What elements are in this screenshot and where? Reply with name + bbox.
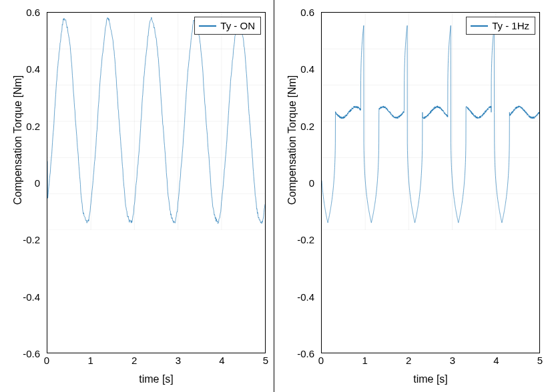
x-ticks-right: 012345 — [321, 355, 540, 368]
x-tick-label: 1 — [362, 355, 367, 366]
subplot-left: Ty - ON 012345 -0.6-0.4-0.200.20.40.6 ti… — [0, 0, 274, 392]
x-tick-label: 0 — [44, 355, 49, 366]
legend-label-right: Ty - 1Hz — [492, 20, 529, 31]
x-tick-label: 4 — [493, 355, 499, 366]
x-tick-label: 4 — [219, 355, 224, 366]
y-tick-label: -0.6 — [0, 348, 40, 359]
y-tick-label: -0.4 — [274, 291, 314, 302]
x-tick-label: 3 — [450, 355, 455, 366]
y-axis-label-right: Compensation Torque [Nm] — [286, 7, 298, 273]
y-tick-label: -0.4 — [0, 291, 40, 302]
x-tick-label: 1 — [87, 355, 93, 366]
x-axis-label-right: time [s] — [321, 373, 540, 385]
x-tick-label: 5 — [263, 355, 268, 366]
plot-svg-right — [322, 13, 539, 230]
x-tick-label: 5 — [537, 355, 543, 366]
plot-svg-left — [47, 13, 265, 230]
legend-swatch-icon — [471, 25, 488, 27]
y-tick-label: -0.6 — [274, 348, 314, 359]
subplot-right: Ty - 1Hz 012345 -0.6-0.4-0.200.20.40.6 t… — [274, 0, 548, 392]
legend-left: Ty - ON — [194, 17, 261, 35]
x-tick-label: 3 — [176, 355, 181, 366]
line-ty-1hz — [322, 25, 539, 223]
figure: Ty - ON 012345 -0.6-0.4-0.200.20.40.6 ti… — [0, 0, 548, 392]
legend-label-left: Ty - ON — [220, 20, 255, 31]
legend-swatch-icon — [199, 25, 216, 27]
axes-right: Ty - 1Hz — [321, 12, 540, 353]
x-axis-label-left: time [s] — [47, 373, 266, 385]
legend-right: Ty - 1Hz — [466, 17, 535, 35]
y-axis-label-left: Compensation Torque [Nm] — [12, 7, 24, 273]
line-ty-on — [47, 17, 265, 223]
x-tick-label: 0 — [318, 355, 324, 366]
axes-left: Ty - ON — [47, 12, 266, 353]
x-tick-label: 2 — [406, 355, 411, 366]
x-ticks-left: 012345 — [47, 355, 266, 368]
x-tick-label: 2 — [131, 355, 137, 366]
